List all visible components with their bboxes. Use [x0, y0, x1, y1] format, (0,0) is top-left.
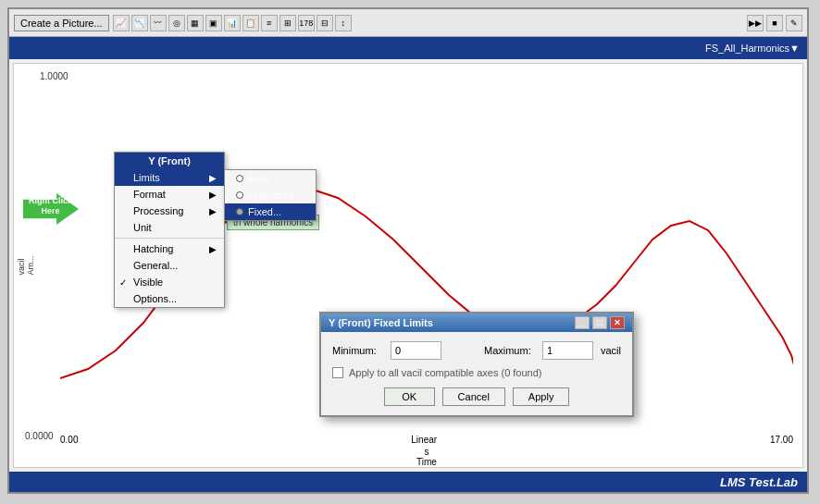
- dialog-action-buttons: OK Cancel Apply: [332, 387, 621, 406]
- toolbar-icon-9[interactable]: ≡: [261, 15, 278, 31]
- menu-item-hatching-label: Hatching: [133, 243, 173, 254]
- minimum-label: Minimum:: [332, 345, 383, 356]
- fixed-limits-dialog: Y (Front) Fixed Limits _ □ ✕ Minimum: Ma…: [319, 312, 634, 417]
- x-type-label: Linear: [411, 435, 437, 445]
- x-end-value: 17.00: [770, 435, 793, 445]
- menu-item-processing-label: Processing: [133, 205, 183, 216]
- maximum-input[interactable]: [542, 341, 593, 360]
- submenu-item-free[interactable]: Free: [225, 170, 316, 187]
- fixed-label: Fixed...: [248, 206, 281, 217]
- menu-item-unit-label: Unit: [133, 222, 152, 233]
- menu-item-hatching-arrow: ▶: [209, 244, 217, 254]
- fixed-radio: [236, 208, 243, 215]
- right-click-label: Right ClickHere: [25, 196, 76, 216]
- unit-label: vacil: [601, 345, 621, 356]
- menu-item-format[interactable]: Format ▶: [115, 186, 224, 203]
- chart-bottom-value: 0.0000: [25, 431, 54, 441]
- fs-dropdown-arrow[interactable]: ▼: [789, 43, 800, 54]
- menu-item-limits[interactable]: Limits ▶ Free Optimized Fixed...: [115, 169, 224, 186]
- dialog-titlebar: Y (Front) Fixed Limits _ □ ✕: [321, 313, 632, 332]
- dialog-min-max-row: Minimum: Maximum: vacil: [332, 341, 621, 360]
- optimized-radio: [236, 191, 243, 199]
- toolbar: Create a Picture... 📈 📉 〰 ◎ ▦ ▣ 📊 📋 ≡ ⊞ …: [9, 9, 807, 37]
- main-window: Create a Picture... 📈 📉 〰 ◎ ▦ ▣ 📊 📋 ≡ ⊞ …: [7, 7, 809, 494]
- toolbar-icon-3[interactable]: 〰: [150, 15, 167, 31]
- menu-item-hatching[interactable]: Hatching ▶: [115, 240, 224, 257]
- menu-item-processing-arrow: ▶: [209, 206, 217, 216]
- chart-area: vacilAm... 1.0000 0.0000 0.00 Linear 17.…: [13, 63, 803, 468]
- dialog-maximize-button[interactable]: □: [592, 316, 607, 329]
- menu-item-visible[interactable]: Visible: [115, 274, 224, 290]
- toolbar-icon-8[interactable]: 📋: [242, 15, 259, 31]
- toolbar-icon-5[interactable]: ▦: [187, 15, 204, 31]
- menu-item-limits-arrow: ▶: [209, 173, 217, 183]
- apply-all-checkbox[interactable]: [332, 367, 343, 378]
- chart-top-value: 1.0000: [40, 71, 68, 81]
- toolbar-icon-6[interactable]: ▣: [205, 15, 222, 31]
- menu-item-general-label: General...: [133, 260, 178, 271]
- lms-label: LMS Test.Lab: [720, 475, 798, 489]
- dialog-minimize-button[interactable]: _: [575, 316, 590, 329]
- menu-item-options[interactable]: Options...: [115, 290, 224, 307]
- toolbar-icon-11[interactable]: 178: [298, 15, 315, 31]
- toolbar-icon-10[interactable]: ⊞: [280, 15, 296, 31]
- x-start-value: 0.00: [60, 435, 78, 445]
- menu-header: Y (Front): [115, 153, 224, 169]
- menu-item-limits-label: Limits: [133, 172, 160, 183]
- toolbar-icon-2[interactable]: 📉: [131, 15, 148, 31]
- toolbar-stop-button[interactable]: ■: [766, 15, 783, 31]
- submenu-item-optimized[interactable]: Optimized: [225, 187, 316, 203]
- toolbar-icon-4[interactable]: ◎: [168, 15, 185, 31]
- x-axis-area: 0.00 Linear 17.00 s Time: [60, 433, 793, 467]
- menu-separator-1: [115, 238, 224, 239]
- apply-button[interactable]: Apply: [513, 387, 570, 406]
- toolbar-icon-12[interactable]: ⊟: [317, 15, 333, 31]
- toolbar-edit-button[interactable]: ✎: [786, 15, 802, 31]
- x-axis-values: 0.00 Linear 17.00: [60, 433, 793, 447]
- toolbar-play-button[interactable]: ▶▶: [747, 15, 764, 31]
- ok-button[interactable]: OK: [384, 387, 435, 406]
- maximum-label: Maximum:: [484, 345, 535, 356]
- menu-item-processing[interactable]: Processing ▶: [115, 203, 224, 219]
- dialog-window-controls: _ □ ✕: [575, 316, 625, 329]
- menu-item-options-label: Options...: [133, 293, 177, 304]
- dialog-checkbox-row: Apply to all vacil compatible axes (0 fo…: [332, 367, 621, 378]
- toolbar-right-buttons: ▶▶ ■ ✎: [747, 15, 802, 31]
- free-radio: [236, 175, 243, 182]
- context-menu: Y (Front) Limits ▶ Free Optimized: [114, 152, 225, 308]
- create-picture-button[interactable]: Create a Picture...: [14, 15, 109, 31]
- dialog-close-button[interactable]: ✕: [610, 316, 625, 329]
- menu-item-unit[interactable]: Unit: [115, 219, 224, 236]
- limits-submenu: Free Optimized Fixed...: [224, 169, 317, 221]
- menu-item-visible-label: Visible: [133, 277, 163, 288]
- toolbar-icon-7[interactable]: 📊: [224, 15, 241, 31]
- toolbar-icons: 📈 📉 〰 ◎ ▦ ▣ 📊 📋 ≡ ⊞ 178 ⊟ ↕: [113, 15, 352, 31]
- dialog-content: Minimum: Maximum: vacil Apply to all vac…: [321, 332, 632, 415]
- menu-item-format-label: Format: [133, 189, 166, 200]
- toolbar-icon-1[interactable]: 📈: [113, 15, 130, 31]
- x-unit-label: s: [60, 447, 793, 457]
- optimized-label: Optimized: [248, 190, 294, 201]
- free-label: Free: [248, 173, 269, 184]
- fs-all-harmonics-label: FS_All_Harmonics: [705, 43, 789, 54]
- dialog-title: Y (Front) Fixed Limits: [329, 317, 433, 328]
- menu-item-general[interactable]: General...: [115, 257, 224, 274]
- submenu-item-fixed[interactable]: Fixed...: [225, 203, 316, 220]
- blue-header-bar: FS_All_Harmonics ▼: [9, 37, 807, 59]
- toolbar-icon-13[interactable]: ↕: [335, 15, 352, 31]
- menu-item-format-arrow: ▶: [209, 190, 217, 200]
- y-axis-label: vacilAm...: [17, 255, 35, 275]
- cancel-button[interactable]: Cancel: [442, 387, 505, 406]
- apply-all-label: Apply to all vacil compatible axes (0 fo…: [349, 367, 542, 378]
- x-name-label: Time: [60, 457, 793, 467]
- minimum-input[interactable]: [391, 341, 441, 360]
- status-bar: LMS Test.Lab: [9, 472, 807, 492]
